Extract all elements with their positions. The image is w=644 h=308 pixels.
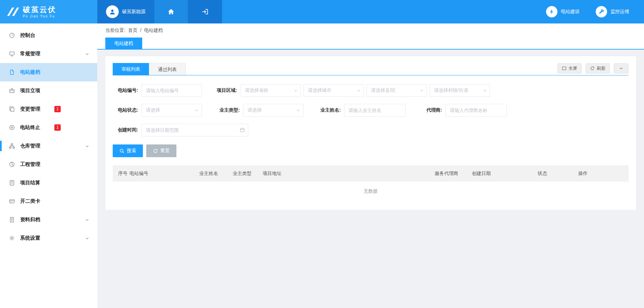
- county-select[interactable]: 请选择县/区: [367, 84, 427, 97]
- chevron-down-icon: [293, 88, 298, 93]
- status-placeholder: 请选择: [146, 107, 160, 113]
- agent-input[interactable]: [445, 104, 507, 117]
- city-select[interactable]: 请选择城市: [304, 84, 364, 97]
- column-header-station-no: 电站编号: [129, 171, 199, 177]
- content-area: 审核列表 通过列表 全屏 刷新: [97, 50, 644, 217]
- sidebar: 控制台 常规管理 电站建档 项目立项: [0, 23, 97, 308]
- sidebar-item-change-mgmt[interactable]: 变更管理 1: [0, 100, 97, 118]
- search-icon: [119, 148, 124, 153]
- sitemap-icon: [8, 143, 15, 149]
- column-header-project-address: 项目地址: [263, 171, 435, 177]
- station-no-input[interactable]: [142, 84, 202, 97]
- reset-icon: [153, 148, 158, 153]
- refresh-button[interactable]: 刷新: [586, 63, 610, 73]
- region-label: 项目区域:: [214, 87, 240, 94]
- owner-type-select[interactable]: 请选择: [243, 104, 304, 117]
- sidebar-item-label: 控制台: [20, 32, 35, 39]
- chevron-down-icon: [85, 236, 89, 240]
- top-header: 破茧云伏 Po Jian Yun Fu 破茧新能源: [0, 0, 644, 23]
- logout-button[interactable]: [188, 0, 222, 23]
- home-button[interactable]: [154, 0, 188, 23]
- header-spacer: [222, 0, 546, 23]
- chevron-down-icon: [85, 144, 89, 148]
- sidebar-item-label: 资料归档: [20, 217, 40, 223]
- sidebar-item-warehouse-mgmt[interactable]: 仓库管理: [0, 137, 97, 155]
- search-button[interactable]: 搜索: [113, 144, 143, 157]
- file-icon: [8, 217, 15, 223]
- breadcrumb-prefix: 当前位置:: [105, 27, 125, 33]
- filter-row-1: 电站编号: 项目区域: 请选择省份 请选择城市: [113, 84, 629, 97]
- empty-state: 无数据: [113, 182, 629, 201]
- refresh-icon: [590, 66, 595, 71]
- column-header-status: 状态: [538, 171, 578, 177]
- column-header-service-agent: 服务代理商: [435, 171, 472, 177]
- breadcrumb-home-link[interactable]: 首页: [128, 27, 138, 33]
- sidebar-item-label: 常规管理: [20, 51, 40, 57]
- sidebar-item-project-initiation[interactable]: 项目立项: [0, 81, 97, 100]
- brand-logo[interactable]: 破茧云伏 Po Jian Yun Fu: [0, 0, 97, 23]
- active-indicator: [0, 141, 2, 151]
- chevron-down-icon: [483, 88, 487, 93]
- reset-button[interactable]: 重置: [146, 144, 176, 157]
- city-placeholder: 请选择城市: [308, 87, 331, 94]
- sidebar-item-label: 工程管理: [20, 161, 40, 168]
- collapse-button[interactable]: [614, 63, 629, 73]
- nav-monitoring-ops[interactable]: 监控运维: [596, 6, 629, 17]
- filter-actions: 搜索 重置: [113, 144, 629, 157]
- sidebar-item-label: 开二类卡: [20, 198, 40, 204]
- breadcrumb: 当前位置: 首页 / 电站建档: [97, 23, 644, 37]
- user-menu[interactable]: 破茧新能源: [97, 0, 154, 23]
- panel-card: 审核列表 通过列表 全屏 刷新: [105, 56, 636, 210]
- fullscreen-button[interactable]: 全屏: [557, 63, 582, 73]
- date-range-picker[interactable]: [142, 124, 248, 136]
- chevron-down-icon: [357, 88, 361, 93]
- page-tab-station-filing[interactable]: 电站建档: [105, 38, 142, 49]
- avatar-icon: [106, 5, 119, 18]
- town-placeholder: 请选择村镇/街道: [434, 87, 468, 94]
- main-area: 当前位置: 首页 / 电站建档 电站建档 审核列表 通过列表 全屏: [97, 23, 644, 308]
- chevron-down-icon: [85, 218, 89, 222]
- column-header-seq: 序号: [118, 171, 129, 177]
- owner-type-placeholder: 请选择: [248, 107, 262, 113]
- sidebar-item-system-settings[interactable]: 系统设置: [0, 229, 97, 247]
- copy-icon: [8, 106, 15, 112]
- company-name: 破茧新能源: [122, 9, 146, 15]
- column-header-created-date: 创建日期: [472, 171, 538, 177]
- monitor-icon: [8, 51, 15, 57]
- sidebar-item-data-archive[interactable]: 资料归档: [0, 210, 97, 229]
- column-header-actions: 操作: [578, 171, 629, 177]
- sidebar-item-general-mgmt[interactable]: 常规管理: [0, 45, 97, 63]
- gear-icon: [8, 235, 15, 241]
- date-range-input[interactable]: [142, 124, 248, 136]
- sidebar-item-station-filing[interactable]: 电站建档: [0, 63, 97, 81]
- sidebar-item-engineering-mgmt[interactable]: 工程管理: [0, 155, 97, 174]
- filter-row-3: 创建时间:: [113, 124, 629, 136]
- brand-title: 破茧云伏: [23, 6, 56, 14]
- town-select[interactable]: 请选择村镇/街道: [430, 84, 490, 97]
- province-select[interactable]: 请选择省份: [240, 84, 301, 97]
- sidebar-item-open-card[interactable]: 开二类卡: [0, 192, 97, 210]
- sidebar-item-console[interactable]: 控制台: [0, 26, 97, 45]
- card-icon: [8, 198, 15, 204]
- county-placeholder: 请选择县/区: [371, 87, 396, 94]
- chevron-down-icon: [420, 88, 424, 93]
- fullscreen-label: 全屏: [569, 65, 577, 71]
- filter-form: 电站编号: 项目区域: 请选择省份 请选择城市: [113, 84, 629, 136]
- nav-label: 监控运维: [610, 9, 629, 15]
- sidebar-item-project-settlement[interactable]: 项目结算: [0, 174, 97, 192]
- reset-label: 重置: [160, 148, 170, 154]
- station-status-select[interactable]: 请选择: [142, 104, 202, 117]
- tab-review-list[interactable]: 审核列表: [113, 63, 149, 75]
- filter-row-2: 电站状态: 请选择 业主类型: 请选择 业主姓名:: [113, 104, 629, 117]
- tab-passed-list[interactable]: 通过列表: [149, 63, 186, 75]
- lightning-icon: [546, 6, 557, 17]
- nav-station-construction[interactable]: 电站建设: [546, 6, 580, 17]
- province-placeholder: 请选择省份: [245, 87, 268, 94]
- sidebar-item-label: 系统设置: [20, 235, 40, 241]
- chevron-down-icon: [619, 66, 624, 71]
- sidebar-item-label: 电站终止: [20, 124, 40, 131]
- sidebar-item-station-termination[interactable]: 电站终止 1: [0, 118, 97, 137]
- owner-name-input[interactable]: [344, 104, 406, 117]
- table-header-row: 序号 电站编号 业主姓名 业主类型 项目地址 服务代理商 创建日期 状态 操作: [113, 165, 629, 182]
- page-tab-bar: 电站建档: [97, 37, 644, 50]
